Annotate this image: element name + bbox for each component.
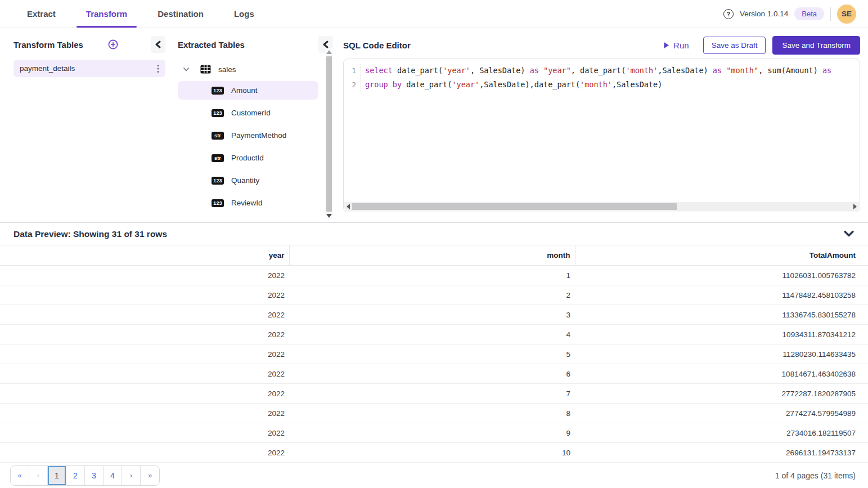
cell-year: 2022 [0, 384, 289, 404]
cell-year: 2022 [0, 423, 289, 443]
column-type-icon: 123 [212, 87, 224, 95]
run-label: Run [673, 41, 689, 50]
run-button[interactable]: Run [663, 41, 689, 50]
tree-column-item[interactable]: str PaymentMethod [178, 126, 318, 145]
cell-totalamount: 2772287.1820287905 [575, 384, 868, 404]
collapse-transform-panel-button[interactable] [151, 36, 165, 53]
chevron-down-icon[interactable] [182, 65, 190, 73]
chevron-left-icon [322, 40, 330, 49]
table-row: 2022 3 11336745.830155278 [0, 305, 868, 325]
table-row: 2022 6 10814671.463402638 [0, 364, 868, 384]
column-name: Quantity [231, 176, 259, 185]
main-tab[interactable]: Transform [79, 0, 134, 28]
item-menu-button[interactable] [156, 63, 160, 74]
code-line[interactable]: 1select date_part('year', SalesDate) as … [344, 64, 860, 78]
column-header-month: month [289, 245, 575, 266]
page-number-button[interactable]: 1 [48, 466, 66, 485]
topbar-divider [830, 7, 831, 21]
page-number-button[interactable]: 4 [104, 466, 122, 485]
column-name: CustomerId [231, 109, 271, 117]
main-tab[interactable]: Extract [20, 0, 63, 28]
help-icon[interactable]: ? [723, 9, 734, 19]
code-lines[interactable]: 1select date_part('year', SalesDate) as … [344, 59, 860, 92]
scroll-right-icon[interactable] [853, 204, 857, 209]
code-text[interactable]: select date_part('year', SalesDate) as "… [361, 64, 831, 78]
page-number-button[interactable]: 2 [66, 466, 85, 485]
extracted-tables-title: Extracted Tables [178, 40, 245, 50]
cell-month: 10 [289, 443, 575, 463]
table-row: 2022 4 10934311.870341212 [0, 325, 868, 344]
cell-year: 2022 [0, 344, 289, 364]
cell-totalamount: 2774274.579954989 [575, 404, 868, 423]
cell-totalamount: 10934311.870341212 [575, 325, 868, 344]
code-line[interactable]: 2group by date_part('year',SalesDate),da… [344, 78, 860, 92]
column-type-icon: 123 [212, 199, 224, 207]
cell-totalamount: 11478482.458103258 [575, 285, 868, 305]
collapse-preview-button[interactable] [843, 230, 854, 238]
page-number-button[interactable]: 3 [85, 466, 104, 485]
version-label: Version 1.0.14 [740, 10, 788, 18]
tab-label: Destination [158, 9, 204, 19]
pagination-summary: 1 of 4 pages (31 items) [775, 471, 856, 480]
data-preview-title: Data Preview: Showing 31 of 31 rows [14, 229, 167, 239]
tab-label: Logs [234, 9, 254, 19]
line-number: 1 [344, 64, 361, 78]
beta-badge: Beta [794, 7, 824, 20]
top-bar: Extract Transform Destination Logs ? Ver… [0, 0, 868, 28]
cell-year: 2022 [0, 443, 289, 463]
table-row: 2022 5 11280230.114633435 [0, 344, 868, 364]
tree-column-item[interactable]: 123 CustomerId [178, 104, 318, 122]
cell-month: 3 [289, 305, 575, 325]
scroll-left-icon[interactable] [347, 204, 350, 209]
play-icon [663, 42, 669, 49]
main-tab[interactable]: Destination [150, 0, 211, 28]
column-name: ReviewId [231, 199, 263, 207]
tree-table-sales[interactable]: sales [178, 60, 318, 79]
user-avatar[interactable]: SE [837, 5, 856, 24]
scrollbar-thumb[interactable] [326, 56, 332, 212]
table-icon [200, 65, 211, 74]
cell-month: 2 [289, 285, 575, 305]
save-as-draft-button[interactable]: Save as Draft [703, 37, 766, 54]
code-text[interactable]: group by date_part('year',SalesDate),dat… [361, 78, 662, 92]
table-row: 2022 9 2734016.182119507 [0, 423, 868, 443]
column-name: Amount [231, 86, 258, 95]
tree-column-item[interactable]: 123 Amount [178, 81, 318, 100]
table-header-row: year month TotalAmount [0, 245, 868, 266]
previous-page-button[interactable]: ‹ [29, 466, 48, 485]
cell-month: 8 [289, 404, 575, 423]
table-row: 2022 7 2772287.1820287905 [0, 384, 868, 404]
scrollbar-track[interactable] [352, 202, 851, 211]
tree-column-item[interactable]: 123 ReviewId [178, 194, 318, 212]
chevron-down-icon [843, 230, 854, 238]
scrollbar-thumb[interactable] [352, 203, 677, 210]
scroll-down-icon[interactable] [326, 214, 332, 218]
last-page-button[interactable]: » [141, 466, 159, 485]
column-header-totalamount: TotalAmount [575, 245, 868, 266]
extracted-tables-tree: sales 123 Amount 123 CustomerId str P [178, 60, 333, 212]
transform-table-item[interactable]: payment_details [14, 60, 165, 77]
sql-editor-title: SQL Code Editor [343, 41, 411, 50]
editor-horizontal-scrollbar[interactable] [344, 202, 859, 211]
table-row: 2022 10 2696131.194733137 [0, 443, 868, 463]
tree-scrollbar[interactable] [325, 48, 333, 220]
main-tabs: Extract Transform Destination Logs [0, 0, 262, 28]
column-type-icon: 123 [212, 109, 224, 117]
app-root: Extract Transform Destination Logs ? Ver… [0, 0, 868, 488]
column-type-icon: 123 [212, 177, 224, 185]
first-page-button[interactable]: « [11, 466, 29, 485]
table-row: 2022 8 2774274.579954989 [0, 404, 868, 423]
save-and-transform-button[interactable]: Save and Transform [772, 36, 860, 55]
cell-year: 2022 [0, 325, 289, 344]
transform-table-name: payment_details [20, 64, 75, 73]
next-page-button[interactable]: › [122, 466, 141, 485]
plus-circle-icon [108, 39, 118, 50]
main-tab[interactable]: Logs [227, 0, 262, 28]
kebab-menu-icon [157, 64, 159, 73]
sql-code-editor[interactable]: 1select date_part('year', SalesDate) as … [343, 59, 860, 212]
cell-year: 2022 [0, 266, 289, 285]
scroll-up-icon[interactable] [326, 50, 332, 54]
tree-column-item[interactable]: 123 Quantity [178, 171, 318, 190]
add-transform-table-button[interactable] [108, 39, 118, 50]
tree-column-item[interactable]: str ProductId [178, 149, 318, 167]
